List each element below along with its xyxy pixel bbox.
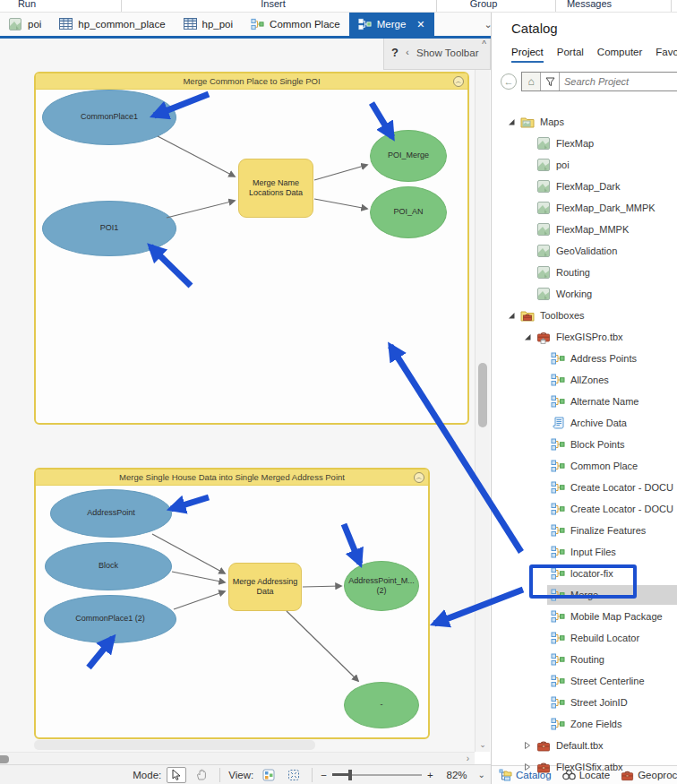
diagram-view-button[interactable] [259,767,279,783]
tree-item-block-points[interactable]: Block Points [492,434,677,455]
zoom-in-button[interactable]: + [427,770,433,780]
ribbon-group-label[interactable]: Insert [261,0,286,9]
model-node-block[interactable]: Block [45,542,172,590]
vertical-scroll-thumb[interactable] [478,363,487,427]
zoom-level-value[interactable]: 82% [439,770,467,780]
tree-item-flexgispro-tbx[interactable]: FlexGISPro.tbx [492,326,677,348]
tab-label: hp_poi [202,19,234,30]
model-node-merge-name[interactable]: Merge NameLocations Data [238,159,313,218]
scroll-down-icon[interactable]: ⌄ [477,739,488,750]
tree-item-street-joinid[interactable]: Street JoinID [492,692,677,713]
tree-item-routing[interactable]: Routing [492,649,677,670]
tree-item-rebuild-locator[interactable]: Rebuild Locator [492,627,677,649]
zoom-out-button[interactable]: − [321,770,327,780]
tree-item-poi[interactable]: poi [492,154,677,176]
fit-to-window-button[interactable] [284,767,304,783]
tree-item-locator-fix[interactable]: locator-fix [492,563,677,584]
chevron-up-icon[interactable]: ^ [482,39,486,49]
collapse-group-icon[interactable]: ︿ [453,76,464,87]
catalog-tab-favorites[interactable]: Favorites [656,47,677,63]
tab-hp-common-place[interactable]: hp_common_place [50,13,174,36]
zoom-slider-handle[interactable] [348,770,352,780]
map-icon [536,201,551,215]
model-node--[interactable]: - [344,682,419,728]
tree-expand-icon[interactable] [523,741,532,750]
canvas-vertical-scrollbar[interactable]: ⌄ [475,39,490,752]
catalog-tab-computer[interactable]: Computer [597,47,643,63]
tree-item-input-files[interactable]: Input Files [492,541,677,563]
canvas-horizontal-scroll-thumb[interactable] [34,740,315,750]
catalog-tab-portal[interactable]: Portal [557,47,584,63]
tree-item-flexmap[interactable]: FlexMap [492,133,677,154]
tab-label: Merge [377,19,407,30]
tab-common-place[interactable]: Common Place [242,13,349,36]
canvas-horizontal-scrollbar[interactable]: › [0,752,475,764]
tab-poi[interactable]: poi [0,13,50,36]
tree-item-maps[interactable]: Maps [492,111,677,133]
tree-item-create-locator-docu[interactable]: Create Locator - DOCU [492,498,677,520]
model-node-poi-an[interactable]: POI_AN [370,186,447,238]
zoom-slider[interactable] [332,768,422,782]
model-node-commonplace1[interactable]: CommonPlace1 [42,90,176,145]
catalog-tab-project[interactable]: Project [511,47,544,63]
tree-item-allzones[interactable]: AllZones [492,369,677,391]
tab-label: hp_common_place [78,19,165,30]
ribbon-group-label[interactable]: Run [18,0,36,9]
search-input[interactable] [560,73,677,90]
tree-item-routing[interactable]: Routing [492,262,677,283]
tab-merge[interactable]: Merge✕ [349,13,434,36]
tree-collapse-icon[interactable] [523,332,532,341]
tree-item-alternate-name[interactable]: Alternate Name [492,391,677,412]
tab-label: Common Place [270,19,340,30]
home-icon[interactable]: ⌂ [522,73,541,90]
model-node-label: Merge Addressing [233,577,298,587]
model-icon [551,674,565,688]
pan-mode-button[interactable] [192,767,211,783]
tab-hp-poi[interactable]: hp_poi [175,13,243,36]
tab-list-chevron-icon[interactable]: ⌄ [480,16,496,32]
back-arrow-icon[interactable]: ← [501,73,517,90]
show-toolbar-button[interactable]: ? ‹ Show Toolbar ^ [383,39,491,70]
tree-item-flexmap-mmpk[interactable]: FlexMap_MMPK [492,219,677,240]
model-node-merge-addressing[interactable]: Merge AddressingData [228,563,302,611]
tree-item-toolboxes[interactable]: Toolboxes [492,305,677,326]
tree-item-merge[interactable]: Merge [492,584,677,606]
ribbon-group-label[interactable]: Messages [567,0,612,9]
tree-item-finalize-features[interactable]: Finalize Features [492,520,677,541]
model-group-title[interactable]: Merge Single House Data into Single Merg… [36,470,428,486]
model-node-poi1[interactable]: POI1 [42,201,176,256]
select-mode-button[interactable] [167,767,186,783]
tree-item-street-centerline[interactable]: Street Centerline [492,670,677,692]
ribbon-group-label[interactable]: Group [470,0,498,9]
model-node-poi-merge[interactable]: POI_Merge [370,130,447,182]
tree-item-common-place[interactable]: Common Place [492,455,677,477]
tree-item-mobile-map-package[interactable]: Mobile Map Package [492,606,677,627]
scroll-right-icon[interactable]: › [467,754,469,763]
model-group-title[interactable]: Merge Common Place to Single POI︿ [36,73,467,90]
model-node-addresspoint-m-[interactable]: AddressPoint_M...(2) [344,561,419,611]
tree-item-address-points[interactable]: Address Points [492,348,677,369]
tree-item-default-tbx[interactable]: Default.tbx [492,735,677,756]
zoom-menu-chevron-icon[interactable]: ⌄ [478,770,485,780]
close-icon[interactable]: ✕ [416,19,424,30]
panel-tab-geoprocessing[interactable]: Geoprocessing [617,769,677,781]
tree-expand-icon[interactable] [523,762,532,771]
tree-item-working[interactable]: Working [492,283,677,305]
tree-collapse-icon[interactable] [507,311,516,320]
help-icon[interactable]: ? [391,46,398,59]
collapse-group-icon[interactable]: ︿ [414,472,424,483]
tree-item-flexmap-dark-mmpk[interactable]: FlexMap_Dark_MMPK [492,197,677,219]
tree-item-label: Zone Fields [570,719,621,729]
tree-collapse-icon[interactable] [507,117,516,126]
filter-funnel-icon[interactable] [541,73,560,90]
model-node-label: AddressPoint_M... [348,576,415,586]
ribbon-separator [671,0,672,13]
tree-item-archive-data[interactable]: Archive Data [492,412,677,434]
horizontal-scroll-thumb[interactable] [0,755,9,763]
model-node-addresspoint[interactable]: AddressPoint [50,489,172,538]
tree-item-create-locator-docu[interactable]: Create Locator - DOCU [492,477,677,498]
tree-item-geovalidation[interactable]: GeoValidation [492,240,677,262]
tree-item-flexmap-dark[interactable]: FlexMap_Dark [492,176,677,197]
tree-item-zone-fields[interactable]: Zone Fields [492,713,677,735]
model-node-commonplace1-2-[interactable]: CommonPlace1 (2) [44,595,176,643]
